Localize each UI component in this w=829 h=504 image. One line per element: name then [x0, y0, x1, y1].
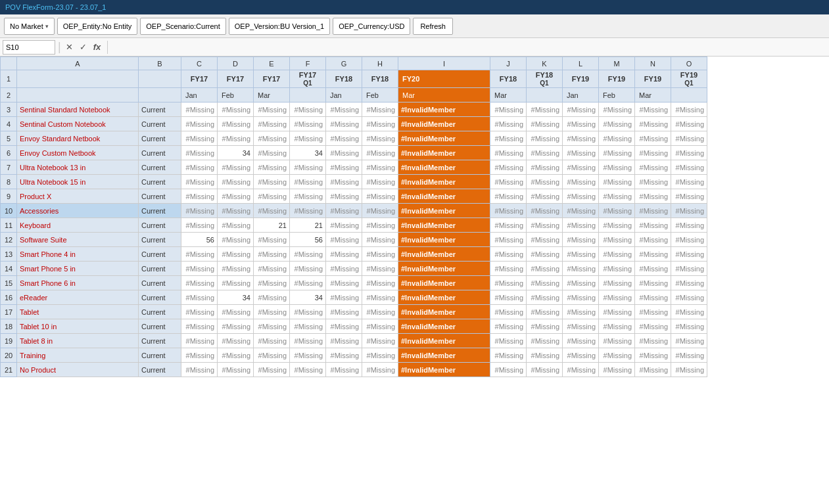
value-cell[interactable]: #Missing — [671, 305, 707, 319]
value-cell[interactable]: #InvalidMember — [398, 131, 490, 146]
r2-i[interactable]: Mar — [398, 88, 490, 103]
value-cell[interactable]: #Missing — [527, 117, 563, 131]
value-cell[interactable]: #Missing — [671, 247, 707, 262]
value-cell[interactable]: #InvalidMember — [398, 160, 490, 175]
value-cell[interactable]: #Missing — [671, 290, 707, 305]
r2-l[interactable]: Jan — [563, 88, 599, 103]
value-cell[interactable]: #Missing — [254, 189, 290, 204]
value-cell[interactable]: #Missing — [527, 334, 563, 348]
value-cell[interactable]: #Missing — [326, 334, 362, 348]
value-cell[interactable]: #Missing — [671, 117, 707, 131]
value-cell[interactable]: #Missing — [362, 131, 398, 146]
col-C-header[interactable]: C — [181, 57, 218, 70]
value-cell[interactable]: #Missing — [490, 160, 527, 175]
value-cell[interactable]: 56 — [290, 233, 326, 247]
col-J-header[interactable]: J — [490, 57, 527, 70]
value-cell[interactable]: #Missing — [563, 363, 599, 377]
value-cell[interactable]: #Missing — [599, 334, 635, 348]
value-cell[interactable]: #Missing — [563, 262, 599, 276]
value-cell[interactable]: #Missing — [563, 276, 599, 290]
r1-f[interactable]: FY17Q1 — [290, 70, 326, 88]
value-cell[interactable]: #Missing — [362, 262, 398, 276]
product-cell[interactable]: Smart Phone 5 in — [17, 262, 139, 276]
value-cell[interactable]: #InvalidMember — [398, 117, 490, 131]
value-cell[interactable]: #Missing — [635, 189, 671, 204]
r2-n[interactable]: Mar — [635, 88, 671, 103]
value-cell[interactable]: #Missing — [671, 262, 707, 276]
value-cell[interactable]: #Missing — [254, 290, 290, 305]
value-cell[interactable]: #Missing — [181, 218, 218, 233]
value-cell[interactable]: #Missing — [635, 175, 671, 189]
value-cell[interactable]: #Missing — [490, 319, 527, 334]
r2-h[interactable]: Feb — [362, 88, 398, 103]
value-cell[interactable]: #Missing — [290, 204, 326, 218]
value-cell[interactable]: #Missing — [490, 189, 527, 204]
scenario-cell[interactable]: Current — [139, 218, 181, 233]
value-cell[interactable]: #Missing — [671, 160, 707, 175]
value-cell[interactable]: #Missing — [181, 160, 218, 175]
value-cell[interactable]: #Missing — [490, 348, 527, 363]
value-cell[interactable]: #Missing — [671, 204, 707, 218]
value-cell[interactable]: #Missing — [254, 348, 290, 363]
value-cell[interactable]: #Missing — [254, 363, 290, 377]
value-cell[interactable]: #Missing — [527, 218, 563, 233]
scenario-cell[interactable]: Current — [139, 305, 181, 319]
value-cell[interactable]: #Missing — [326, 276, 362, 290]
value-cell[interactable]: #Missing — [218, 218, 254, 233]
value-cell[interactable]: #Missing — [362, 218, 398, 233]
value-cell[interactable]: #Missing — [599, 131, 635, 146]
value-cell[interactable]: #Missing — [290, 363, 326, 377]
value-cell[interactable]: #Missing — [527, 247, 563, 262]
value-cell[interactable]: #Missing — [527, 290, 563, 305]
product-cell[interactable]: Ultra Notebook 13 in — [17, 160, 139, 175]
scenario-cell[interactable]: Current — [139, 233, 181, 247]
value-cell[interactable]: #InvalidMember — [398, 175, 490, 189]
value-cell[interactable]: #Missing — [254, 103, 290, 117]
r1-k[interactable]: FY18Q1 — [527, 70, 563, 88]
value-cell[interactable]: #Missing — [635, 247, 671, 262]
r1-j[interactable]: FY18 — [490, 70, 527, 88]
value-cell[interactable]: #Missing — [635, 204, 671, 218]
value-cell[interactable]: #Missing — [635, 233, 671, 247]
value-cell[interactable]: #InvalidMember — [398, 363, 490, 377]
value-cell[interactable]: #Missing — [635, 103, 671, 117]
value-cell[interactable]: #Missing — [635, 363, 671, 377]
r1-d[interactable]: FY17 — [218, 70, 254, 88]
value-cell[interactable]: #Missing — [254, 233, 290, 247]
value-cell[interactable]: #Missing — [599, 262, 635, 276]
product-cell[interactable]: Envoy Standard Netbook — [17, 131, 139, 146]
value-cell[interactable]: #Missing — [490, 204, 527, 218]
product-cell[interactable]: Sentinal Custom Notebook — [17, 117, 139, 131]
value-cell[interactable]: #Missing — [563, 247, 599, 262]
col-B-header[interactable]: B — [139, 57, 181, 70]
product-cell[interactable]: Product X — [17, 189, 139, 204]
value-cell[interactable]: #Missing — [290, 117, 326, 131]
value-cell[interactable]: #InvalidMember — [398, 262, 490, 276]
scenario-cell[interactable]: Current — [139, 348, 181, 363]
value-cell[interactable]: #Missing — [218, 276, 254, 290]
value-cell[interactable]: #Missing — [490, 276, 527, 290]
r2-j[interactable]: Mar — [490, 88, 527, 103]
scenario-cell[interactable]: Current — [139, 131, 181, 146]
col-A-header[interactable]: A — [17, 57, 139, 70]
value-cell[interactable]: #Missing — [254, 247, 290, 262]
value-cell[interactable]: #Missing — [490, 290, 527, 305]
product-cell[interactable]: Software Suite — [17, 233, 139, 247]
value-cell[interactable]: #Missing — [635, 334, 671, 348]
value-cell[interactable]: #Missing — [290, 262, 326, 276]
product-cell[interactable]: Smart Phone 6 in — [17, 276, 139, 290]
value-cell[interactable]: #Missing — [181, 276, 218, 290]
value-cell[interactable]: #Missing — [599, 103, 635, 117]
value-cell[interactable]: #InvalidMember — [398, 189, 490, 204]
value-cell[interactable]: #Missing — [599, 146, 635, 160]
value-cell[interactable]: #Missing — [490, 146, 527, 160]
value-cell[interactable]: #Missing — [599, 305, 635, 319]
product-cell[interactable]: No Product — [17, 363, 139, 377]
formula-input[interactable] — [112, 43, 826, 52]
value-cell[interactable]: #Missing — [362, 334, 398, 348]
r1-h[interactable]: FY18 — [362, 70, 398, 88]
value-cell[interactable]: #Missing — [181, 363, 218, 377]
value-cell[interactable]: #Missing — [290, 160, 326, 175]
name-box[interactable] — [3, 40, 55, 55]
value-cell[interactable]: #Missing — [671, 218, 707, 233]
